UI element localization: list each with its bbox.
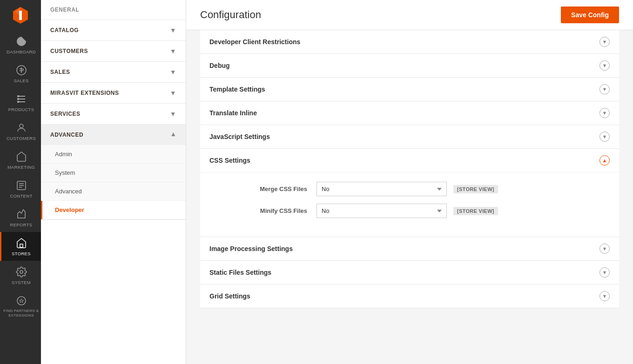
sidebar-section-customers-label: CUSTOMERS bbox=[50, 48, 88, 54]
logo[interactable] bbox=[0, 0, 41, 30]
sidebar-item-marketing[interactable]: MARKETING bbox=[0, 146, 41, 174]
circle-chevron-icon: ▼ bbox=[599, 291, 610, 301]
sidebar-partial-general: GENERAL bbox=[41, 0, 186, 20]
partners-icon bbox=[16, 295, 27, 306]
config-section-static-files-header[interactable]: Static Files Settings ▼ bbox=[200, 261, 619, 284]
sidebar-section-catalog-header[interactable]: CATALOG ▼ bbox=[41, 20, 186, 40]
sidebar-item-stores[interactable]: STORES bbox=[0, 232, 41, 261]
icon-nav: DASHBOARD SALES PRODUCTS CUSTOMERS MARKE… bbox=[0, 0, 41, 364]
config-section-static-files: Static Files Settings ▼ bbox=[200, 261, 619, 285]
merge-css-row: Merge CSS Files No Yes [STORE VIEW] bbox=[214, 182, 605, 196]
sidebar-sub-item-admin[interactable]: Admin bbox=[41, 145, 186, 164]
sidebar-sub-item-system[interactable]: System bbox=[41, 164, 186, 182]
config-section-javascript-settings: JavaScript Settings ▼ bbox=[200, 125, 619, 149]
svg-rect-7 bbox=[17, 101, 19, 103]
main-content: Configuration Save Config Developer Clie… bbox=[186, 0, 633, 364]
sidebar-sub-item-advanced[interactable]: Advanced bbox=[41, 182, 186, 201]
reports-icon bbox=[16, 209, 27, 220]
sidebar-section-services: SERVICES ▼ bbox=[41, 104, 186, 125]
chevron-down-icon: ▼ bbox=[170, 47, 176, 55]
products-icon bbox=[16, 93, 27, 105]
config-section-title: Developer Client Restrictions bbox=[209, 38, 300, 46]
circle-chevron-icon: ▼ bbox=[599, 267, 610, 278]
config-section-css-settings: CSS Settings ▲ Merge CSS Files No Yes [S… bbox=[200, 149, 619, 237]
chevron-down-icon: ▼ bbox=[170, 68, 176, 76]
sidebar-section-advanced-label: ADVANCED bbox=[50, 132, 83, 138]
config-section-developer-client-restrictions: Developer Client Restrictions ▼ bbox=[200, 30, 619, 54]
content-area: Developer Client Restrictions ▼ Debug ▼ … bbox=[186, 30, 633, 364]
config-section-javascript-settings-header[interactable]: JavaScript Settings ▼ bbox=[200, 125, 619, 148]
customers-icon bbox=[16, 122, 27, 133]
merge-css-control: No Yes [STORE VIEW] bbox=[316, 182, 498, 196]
svg-point-8 bbox=[20, 124, 23, 128]
config-section-title: Grid Settings bbox=[209, 292, 250, 300]
config-section-template-settings-header[interactable]: Template Settings ▼ bbox=[200, 78, 619, 101]
sidebar-section-catalog-label: CATALOG bbox=[50, 27, 79, 33]
config-section-title: Template Settings bbox=[209, 86, 265, 93]
sidebar-section-advanced: ADVANCED ▼ Admin System Advanced Develop… bbox=[41, 125, 186, 220]
minify-css-control: No Yes [STORE VIEW] bbox=[316, 204, 498, 218]
svg-rect-10 bbox=[20, 244, 23, 247]
page-title: Configuration bbox=[200, 9, 261, 21]
config-section-css-settings-header[interactable]: CSS Settings ▲ bbox=[200, 149, 619, 172]
config-section-title: Translate Inline bbox=[209, 109, 257, 117]
config-section-title: CSS Settings bbox=[209, 157, 250, 164]
config-section-image-processing: Image Processing Settings ▼ bbox=[200, 237, 619, 261]
save-config-button[interactable]: Save Config bbox=[561, 7, 619, 23]
sidebar-section-customers: CUSTOMERS ▼ bbox=[41, 41, 186, 62]
sidebar-item-reports[interactable]: REPORTS bbox=[0, 203, 41, 232]
sidebar-item-products[interactable]: PRODUCTS bbox=[0, 88, 41, 117]
config-section-translate-inline: Translate Inline ▼ bbox=[200, 101, 619, 125]
sidebar-section-advanced-header[interactable]: ADVANCED ▼ bbox=[41, 125, 186, 145]
magento-logo-icon bbox=[10, 5, 31, 26]
chevron-down-icon: ▼ bbox=[170, 110, 176, 118]
sales-icon bbox=[16, 65, 27, 76]
config-section-translate-inline-header[interactable]: Translate Inline ▼ bbox=[200, 101, 619, 125]
minify-css-store-view-badge: [STORE VIEW] bbox=[453, 207, 498, 215]
svg-rect-2 bbox=[19, 11, 22, 20]
sidebar-item-dashboard[interactable]: DASHBOARD bbox=[0, 30, 41, 59]
circle-chevron-icon: ▼ bbox=[599, 60, 610, 71]
sidebar-item-customers[interactable]: CUSTOMERS bbox=[0, 117, 41, 146]
sidebar-item-find-partners[interactable]: FIND PARTNERS & EXTENSIONS bbox=[0, 290, 41, 322]
circle-chevron-expanded-icon: ▲ bbox=[599, 155, 610, 165]
config-section-debug: Debug ▼ bbox=[200, 54, 619, 78]
sidebar-section-sales-header[interactable]: SALES ▼ bbox=[41, 62, 186, 82]
sidebar-section-sales: SALES ▼ bbox=[41, 62, 186, 83]
sidebar-section-sales-label: SALES bbox=[50, 69, 70, 75]
sidebar-section-mirasvit-header[interactable]: MIRASVIT EXTENSIONS ▼ bbox=[41, 83, 186, 103]
system-icon bbox=[16, 266, 27, 278]
sidebar-item-system[interactable]: SYSTEM bbox=[0, 261, 41, 290]
sidebar-sub-item-developer[interactable]: Developer bbox=[41, 201, 186, 219]
sidebar-section-services-label: SERVICES bbox=[50, 111, 80, 117]
circle-chevron-icon: ▼ bbox=[599, 37, 610, 47]
config-section-developer-client-restrictions-header[interactable]: Developer Client Restrictions ▼ bbox=[200, 30, 619, 53]
sidebar-item-sales[interactable]: SALES bbox=[0, 59, 41, 88]
merge-css-label: Merge CSS Files bbox=[214, 185, 307, 192]
svg-point-11 bbox=[20, 271, 23, 273]
minify-css-row: Minify CSS Files No Yes [STORE VIEW] bbox=[214, 204, 605, 218]
sidebar-section-services-header[interactable]: SERVICES ▼ bbox=[41, 104, 186, 124]
config-section-grid-settings-header[interactable]: Grid Settings ▼ bbox=[200, 285, 619, 308]
sidebar-section-catalog: CATALOG ▼ bbox=[41, 20, 186, 41]
sidebar-section-mirasvit: MIRASVIT EXTENSIONS ▼ bbox=[41, 83, 186, 104]
content-icon bbox=[16, 180, 27, 191]
svg-rect-6 bbox=[17, 98, 19, 100]
svg-point-12 bbox=[17, 297, 26, 305]
config-section-title: Image Processing Settings bbox=[209, 245, 293, 252]
circle-chevron-icon: ▼ bbox=[599, 244, 610, 254]
config-section-image-processing-header[interactable]: Image Processing Settings ▼ bbox=[200, 237, 619, 260]
chevron-up-icon: ▼ bbox=[170, 131, 176, 139]
chevron-down-icon: ▼ bbox=[170, 89, 176, 97]
sidebar-advanced-subitems: Admin System Advanced Developer bbox=[41, 145, 186, 219]
config-section-title: JavaScript Settings bbox=[209, 133, 270, 140]
config-sidebar: GENERAL CATALOG ▼ CUSTOMERS ▼ SALES ▼ MI… bbox=[41, 0, 186, 364]
minify-css-select[interactable]: No Yes bbox=[316, 204, 447, 218]
config-section-grid-settings: Grid Settings ▼ bbox=[200, 285, 619, 308]
merge-css-select[interactable]: No Yes bbox=[316, 182, 447, 196]
sidebar-section-customers-header[interactable]: CUSTOMERS ▼ bbox=[41, 41, 186, 61]
sidebar-item-content[interactable]: CONTENT bbox=[0, 174, 41, 203]
circle-chevron-icon: ▼ bbox=[599, 108, 610, 118]
circle-chevron-icon: ▼ bbox=[599, 132, 610, 142]
config-section-debug-header[interactable]: Debug ▼ bbox=[200, 54, 619, 77]
